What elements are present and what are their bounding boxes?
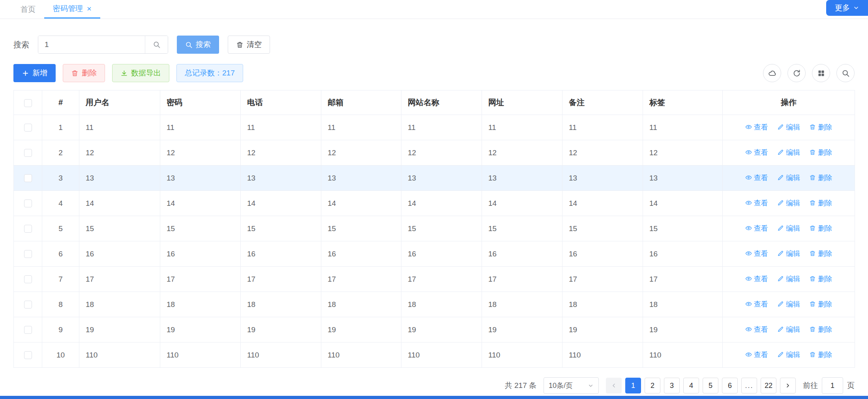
cloud-button[interactable] <box>763 64 781 82</box>
pager-prev-button[interactable] <box>606 378 622 393</box>
row-checkbox[interactable] <box>24 124 32 132</box>
tab-bar: 首页 密码管理 × 更多 <box>0 0 868 19</box>
pager-next-button[interactable] <box>780 378 796 393</box>
clear-button[interactable]: 清空 <box>228 36 270 54</box>
row-cell: 12 <box>562 140 643 166</box>
delete-link-label: 删除 <box>818 148 832 157</box>
pager-page-1[interactable]: 1 <box>625 378 641 393</box>
row-checkbox[interactable] <box>24 174 32 182</box>
table-row[interactable]: 6 16 16 16 16 16 16 16 16 查看 编辑 删除 <box>14 241 855 267</box>
pencil-icon <box>777 149 784 156</box>
page-size-select[interactable]: 10条/页 <box>544 377 599 394</box>
row-cell: 15 <box>241 216 321 241</box>
edit-link[interactable]: 编辑 <box>777 148 800 157</box>
plus-icon <box>22 70 29 77</box>
table-row[interactable]: 5 15 15 15 15 15 15 15 15 查看 编辑 删除 <box>14 216 855 241</box>
pager-page-4[interactable]: 4 <box>683 378 699 393</box>
table-row[interactable]: 9 19 19 19 19 19 19 19 19 查看 编辑 删除 <box>14 317 855 343</box>
delete-link[interactable]: 删除 <box>809 148 832 157</box>
row-cell: 16 <box>241 241 321 267</box>
row-cell: 19 <box>482 317 562 343</box>
pager-page-2[interactable]: 2 <box>645 378 660 393</box>
row-index: 8 <box>42 292 79 317</box>
view-link-label: 查看 <box>754 350 768 359</box>
delete-link[interactable]: 删除 <box>809 350 832 359</box>
view-link[interactable]: 查看 <box>745 198 768 208</box>
more-button[interactable]: 更多 <box>826 0 868 16</box>
table-row[interactable]: 7 17 17 17 17 17 17 17 17 查看 编辑 删除 <box>14 267 855 292</box>
pencil-icon <box>777 301 784 307</box>
add-button[interactable]: 新增 <box>13 64 56 82</box>
refresh-button[interactable] <box>787 64 806 82</box>
table-row[interactable]: 3 13 13 13 13 13 13 13 13 查看 编辑 删除 <box>14 166 855 191</box>
table-row[interactable]: 1 11 11 11 11 11 11 11 11 查看 编辑 删除 <box>14 115 855 140</box>
search-input[interactable] <box>38 36 145 53</box>
delete-link[interactable]: 删除 <box>809 299 832 309</box>
delete-link[interactable]: 删除 <box>809 224 832 233</box>
row-checkbox[interactable] <box>24 250 32 258</box>
row-cell: 16 <box>643 241 723 267</box>
row-checkbox[interactable] <box>24 351 32 359</box>
edit-link[interactable]: 编辑 <box>777 122 800 132</box>
view-link[interactable]: 查看 <box>745 122 768 132</box>
view-link[interactable]: 查看 <box>745 148 768 157</box>
tab-password-management[interactable]: 密码管理 × <box>44 0 100 19</box>
delete-button[interactable]: 删除 <box>63 64 105 82</box>
tab-password-management-label: 密码管理 <box>53 4 83 14</box>
view-link[interactable]: 查看 <box>745 299 768 309</box>
row-checkbox[interactable] <box>24 326 32 334</box>
delete-link[interactable]: 删除 <box>809 249 832 258</box>
edit-link[interactable]: 编辑 <box>777 173 800 183</box>
table-row[interactable]: 8 18 18 18 18 18 18 18 18 查看 编辑 删除 <box>14 292 855 317</box>
delete-link-label: 删除 <box>818 249 832 258</box>
edit-link[interactable]: 编辑 <box>777 299 800 309</box>
delete-link[interactable]: 删除 <box>809 198 832 208</box>
edit-link[interactable]: 编辑 <box>777 224 800 233</box>
search-input-suffix[interactable] <box>145 36 168 53</box>
row-cell: 13 <box>401 166 482 191</box>
delete-link[interactable]: 删除 <box>809 122 832 132</box>
goto-page-input[interactable] <box>822 377 843 394</box>
view-link[interactable]: 查看 <box>745 350 768 359</box>
close-icon[interactable]: × <box>87 5 92 13</box>
tab-home[interactable]: 首页 <box>12 0 44 19</box>
pager-page-22[interactable]: 22 <box>761 378 776 393</box>
pager-page-6[interactable]: 6 <box>722 378 738 393</box>
edit-link[interactable]: 编辑 <box>777 274 800 284</box>
row-checkbox[interactable] <box>24 200 32 207</box>
delete-link[interactable]: 删除 <box>809 325 832 334</box>
password-table: # 用户名 密码 电话 邮箱 网站名称 网址 备注 标签 操作 1 11 11 … <box>13 90 855 368</box>
edit-link[interactable]: 编辑 <box>777 198 800 208</box>
delete-link[interactable]: 删除 <box>809 274 832 284</box>
row-checkbox[interactable] <box>24 301 32 309</box>
row-checkbox[interactable] <box>24 275 32 283</box>
chevron-down-icon <box>588 383 594 389</box>
select-all-checkbox[interactable] <box>24 99 32 107</box>
view-link[interactable]: 查看 <box>745 274 768 284</box>
table-row[interactable]: 10 110 110 110 110 110 110 110 110 查看 编辑… <box>14 343 855 368</box>
pager-more[interactable]: ... <box>741 378 757 393</box>
row-checkbox[interactable] <box>24 225 32 233</box>
edit-link[interactable]: 编辑 <box>777 325 800 334</box>
column-header-url: 网址 <box>482 90 562 115</box>
search-button[interactable]: 搜索 <box>177 36 219 54</box>
view-link[interactable]: 查看 <box>745 249 768 258</box>
delete-link[interactable]: 删除 <box>809 173 832 183</box>
table-row[interactable]: 4 14 14 14 14 14 14 14 14 查看 编辑 删除 <box>14 191 855 216</box>
pager-page-3[interactable]: 3 <box>664 378 680 393</box>
edit-link[interactable]: 编辑 <box>777 249 800 258</box>
grid-view-button[interactable] <box>812 64 830 82</box>
goto-group: 前往 页 <box>803 377 855 394</box>
column-header-username: 用户名 <box>79 90 160 115</box>
row-checkbox[interactable] <box>24 149 32 157</box>
total-count-text: 共 217 条 <box>505 380 536 391</box>
search-toggle-button[interactable] <box>836 64 855 82</box>
view-link[interactable]: 查看 <box>745 173 768 183</box>
table-row[interactable]: 2 12 12 12 12 12 12 12 12 查看 编辑 删除 <box>14 140 855 166</box>
view-link[interactable]: 查看 <box>745 325 768 334</box>
pager: 123456...22 <box>606 378 796 393</box>
edit-link[interactable]: 编辑 <box>777 350 800 359</box>
view-link[interactable]: 查看 <box>745 224 768 233</box>
pager-page-5[interactable]: 5 <box>703 378 718 393</box>
export-button[interactable]: 数据导出 <box>112 64 169 82</box>
